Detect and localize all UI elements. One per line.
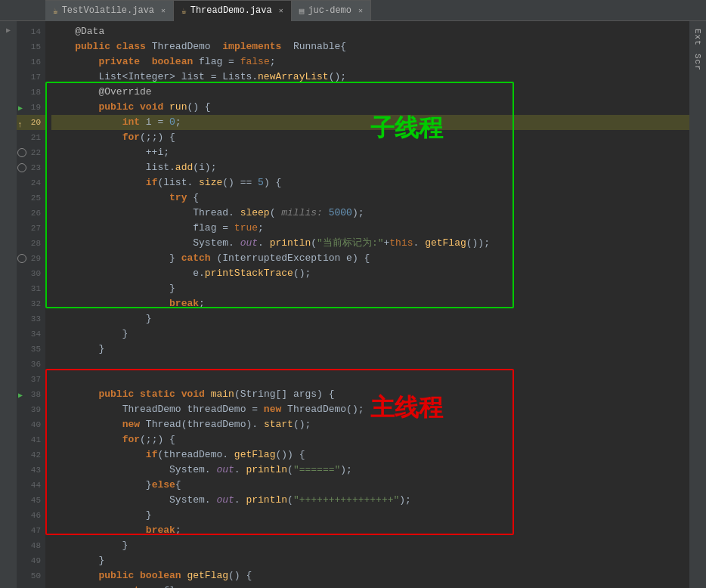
line-29: 29 xyxy=(17,251,45,266)
code-line-27: flag = true; xyxy=(51,221,689,236)
line-44: 44 xyxy=(17,478,45,493)
line-41: 41 xyxy=(17,432,45,447)
code-line-42: if(threadDemo. getFlag()) { xyxy=(51,447,689,463)
code-line-43: System. out. println("======"); xyxy=(51,463,689,478)
line-40: 40 xyxy=(17,417,45,432)
code-line-32: break; xyxy=(51,296,689,311)
tab-bar: ☕ TestVolatile.java ✕ ☕ ThreadDemo.java … xyxy=(0,0,706,21)
code-line-45: System. out. println("++++++++++++++++")… xyxy=(51,493,689,508)
tab-juc-demo[interactable]: ▤ juc-demo ✕ xyxy=(292,0,371,21)
code-line-24: if(list. size() == 5) { xyxy=(51,175,689,190)
editor-area: ▶ 14 15 16 17 18 19 ▶ 20 ↑ 21 22 23 xyxy=(0,21,706,588)
line-32: 32 xyxy=(17,296,45,311)
line-42: 42 xyxy=(17,447,45,463)
tab-testvolatile[interactable]: ☕ TestVolatile.java ✕ xyxy=(45,0,174,21)
line-24: 24 xyxy=(17,175,45,190)
code-line-37 xyxy=(51,372,689,387)
tab-close-juc-icon[interactable]: ✕ xyxy=(358,6,363,15)
code-line-46: } xyxy=(51,508,689,523)
sidebar-label-scr[interactable]: Scr xyxy=(693,54,702,71)
left-panel: ▶ xyxy=(0,21,17,588)
line-27: 27 xyxy=(17,221,45,236)
line-37: 37 xyxy=(17,372,45,387)
code-line-14: @Data xyxy=(51,24,689,39)
code-line-33: } xyxy=(51,311,689,326)
code-line-49: } xyxy=(51,553,689,568)
code-line-48: } xyxy=(51,538,689,553)
code-line-17: List<Integer> list = Lists.newArrayList(… xyxy=(51,70,689,85)
line-35: 35 xyxy=(17,342,45,357)
line-15: 15 xyxy=(17,39,45,54)
line-23: 23 xyxy=(17,160,45,175)
code-line-25: try { xyxy=(51,190,689,206)
line-21: 21 xyxy=(17,130,45,145)
breakpoint-22[interactable] xyxy=(17,148,26,157)
line-50: 50 xyxy=(17,568,45,583)
code-line-23: list.add(i); xyxy=(51,160,689,175)
code-line-20: int i = 0; xyxy=(51,115,689,130)
line-17: 17 xyxy=(17,70,45,85)
code-line-35: } xyxy=(51,342,689,357)
line-39: 39 xyxy=(17,402,45,417)
line-25: 25 xyxy=(17,190,45,206)
code-line-15: public class ThreadDemo implements Runna… xyxy=(51,39,689,54)
code-line-36 xyxy=(51,357,689,372)
code-line-39: ThreadDemo threadDemo = new ThreadDemo()… xyxy=(51,402,689,417)
tab-threaddemo[interactable]: ☕ ThreadDemo.java ✕ xyxy=(174,0,292,21)
line-26: 26 xyxy=(17,206,45,221)
java-file-icon: ☕ xyxy=(53,6,58,16)
line-36: 36 xyxy=(17,357,45,372)
line-45: 45 xyxy=(17,493,45,508)
code-editor[interactable]: 子线程 主线程 @Data public class ThreadDemo im… xyxy=(45,21,689,588)
line-33: 33 xyxy=(17,311,45,326)
code-line-44: }else{ xyxy=(51,478,689,493)
code-line-29: } catch (InterruptedException e) { xyxy=(51,251,689,266)
breakpoint-23[interactable] xyxy=(17,163,26,172)
line-19: 19 ▶ xyxy=(17,100,45,115)
code-line-50: public boolean getFlag() { xyxy=(51,568,689,583)
fold-icon[interactable]: ▶ xyxy=(2,24,14,36)
juc-file-icon: ▤ xyxy=(299,6,305,16)
line-34: 34 xyxy=(17,326,45,342)
line-18: 18 xyxy=(17,85,45,100)
sidebar-label-ext[interactable]: Ext xyxy=(693,29,702,46)
code-line-16: private boolean flag = false; xyxy=(51,54,689,70)
java-file-icon-active: ☕ xyxy=(181,6,187,16)
line-14: 14 xyxy=(17,24,45,39)
run-button-19[interactable]: ▶ xyxy=(18,101,23,116)
code-line-38: public static void main(String[] args) { xyxy=(51,387,689,402)
line-48: 48 xyxy=(17,538,45,553)
tab-close-icon[interactable]: ✕ xyxy=(161,6,166,15)
line-46: 46 xyxy=(17,508,45,523)
code-line-18: @Override xyxy=(51,85,689,100)
line-51: 51 xyxy=(17,583,45,588)
line-31: 31 xyxy=(17,281,45,296)
line-38: 38 ▶ xyxy=(17,387,45,402)
right-sidebar: Ext Scr xyxy=(689,21,706,588)
code-line-41: for(;;) { xyxy=(51,432,689,447)
breakpoint-29[interactable] xyxy=(17,254,26,263)
line-20: 20 ↑ xyxy=(17,115,45,130)
code-line-51: return flag; xyxy=(51,583,689,588)
code-line-21: for(;;) { xyxy=(51,130,689,145)
line-22: 22 xyxy=(17,145,45,160)
tab-close-active-icon[interactable]: ✕ xyxy=(279,6,283,15)
line-49: 49 xyxy=(17,553,45,568)
line-number-gutter: 14 15 16 17 18 19 ▶ 20 ↑ 21 22 23 24 xyxy=(17,21,45,588)
line-16: 16 xyxy=(17,54,45,70)
code-line-30: e.printStackTrace(); xyxy=(51,266,689,281)
run-button-38[interactable]: ▶ xyxy=(18,388,23,404)
line-30: 30 xyxy=(17,266,45,281)
line-28: 28 xyxy=(17,236,45,251)
code-line-40: new Thread(threadDemo). start(); xyxy=(51,417,689,432)
line-47: 47 xyxy=(17,523,45,538)
code-line-22: ++i; xyxy=(51,145,689,160)
code-line-28: System. out. println("当前标记为:"+this. getF… xyxy=(51,236,689,251)
code-line-31: } xyxy=(51,281,689,296)
code-line-47: break; xyxy=(51,523,689,538)
code-line-19: public void run() { xyxy=(51,100,689,115)
line-43: 43 xyxy=(17,463,45,478)
code-line-26: Thread. sleep( millis: 5000); xyxy=(51,206,689,221)
code-line-34: } xyxy=(51,326,689,342)
